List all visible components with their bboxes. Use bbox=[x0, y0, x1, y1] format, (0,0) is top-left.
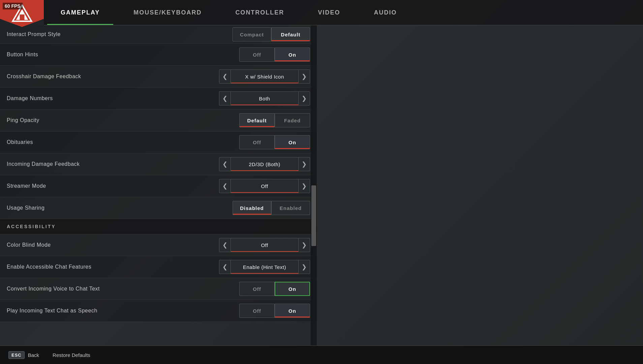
usage-sharing-enabled[interactable]: Enabled bbox=[271, 201, 310, 215]
restore-defaults-action[interactable]: Restore Defaults bbox=[53, 352, 90, 358]
voice-to-chat-label: Convert Incoming Voice to Chat Text bbox=[7, 286, 239, 292]
interact-prompt-control: Compact Default bbox=[233, 27, 310, 41]
streamer-mode-next[interactable]: ❯ bbox=[298, 179, 310, 193]
button-hints-label: Button Hints bbox=[7, 52, 239, 58]
interact-prompt-label: Interact Prompt Style bbox=[7, 31, 233, 37]
setting-row-crosshair: Crosshair Damage Feedback ❮ X w/ Shield … bbox=[0, 66, 317, 88]
color-blind-prev[interactable]: ❮ bbox=[219, 238, 231, 252]
crosshair-control: ❮ X w/ Shield Icon ❯ bbox=[219, 69, 310, 84]
text-to-speech-off[interactable]: Off bbox=[239, 304, 275, 318]
default-btn[interactable]: Default bbox=[271, 27, 310, 41]
obituaries-off[interactable]: Off bbox=[239, 135, 275, 149]
svg-rect-2 bbox=[20, 14, 24, 20]
crosshair-prev[interactable]: ❮ bbox=[219, 69, 231, 84]
damage-numbers-control: ❮ Both ❯ bbox=[219, 91, 310, 105]
scrollbar-thumb[interactable] bbox=[311, 185, 316, 246]
tab-gameplay[interactable]: GAMEPLAY bbox=[44, 0, 117, 25]
main-content: Interact Prompt Style Compact Default Bu… bbox=[0, 25, 643, 364]
ping-opacity-default[interactable]: Default bbox=[239, 113, 275, 127]
tab-controller[interactable]: CONTROLLER bbox=[218, 0, 301, 25]
setting-row-voice-to-chat: Convert Incoming Voice to Chat Text Off … bbox=[0, 278, 317, 300]
damage-numbers-prev[interactable]: ❮ bbox=[219, 91, 231, 105]
compact-btn[interactable]: Compact bbox=[233, 27, 271, 41]
back-action[interactable]: ESC Back bbox=[8, 351, 39, 359]
accessibility-section-header: ACCESSIBILITY bbox=[0, 219, 317, 234]
settings-panel: Interact Prompt Style Compact Default Bu… bbox=[0, 25, 317, 345]
setting-row-streamer-mode: Streamer Mode ❮ Off ❯ bbox=[0, 175, 317, 197]
voice-to-chat-control: Off On bbox=[239, 282, 310, 296]
setting-row-usage-sharing: Usage Sharing Disabled Enabled bbox=[0, 197, 317, 219]
accessible-chat-prev[interactable]: ❮ bbox=[219, 260, 231, 274]
incoming-damage-prev[interactable]: ❮ bbox=[219, 157, 231, 171]
setting-row-accessible-chat: Enable Accessible Chat Features ❮ Enable… bbox=[0, 256, 317, 278]
setting-row-interact-prompt: Interact Prompt Style Compact Default bbox=[0, 25, 317, 44]
color-blind-control: ❮ Off ❯ bbox=[219, 238, 310, 252]
setting-row-obituaries: Obituaries Off On bbox=[0, 131, 317, 153]
setting-row-ping-opacity: Ping Opacity Default Faded bbox=[0, 110, 317, 131]
text-to-speech-label: Play Incoming Text Chat as Speech bbox=[7, 308, 239, 314]
damage-numbers-label: Damage Numbers bbox=[7, 95, 219, 101]
esc-key: ESC bbox=[8, 351, 25, 359]
settings-list: Interact Prompt Style Compact Default Bu… bbox=[0, 25, 317, 345]
accessible-chat-value: Enable (Hint Text) bbox=[231, 260, 298, 274]
obituaries-control: Off On bbox=[239, 135, 310, 149]
tab-mouse-keyboard[interactable]: MOUSE/KEYBOARD bbox=[117, 0, 218, 25]
bottom-bar: ESC Back Restore Defaults bbox=[0, 345, 643, 364]
incoming-damage-control: ❮ 2D/3D (Both) ❯ bbox=[219, 157, 310, 171]
color-blind-next[interactable]: ❯ bbox=[298, 238, 310, 252]
setting-row-color-blind: Color Blind Mode ❮ Off ❯ bbox=[0, 234, 317, 256]
setting-row-text-to-speech: Play Incoming Text Chat as Speech Off On bbox=[0, 300, 317, 322]
text-to-speech-on[interactable]: On bbox=[275, 304, 310, 318]
streamer-mode-control: ❮ Off ❯ bbox=[219, 179, 310, 193]
accessible-chat-control: ❮ Enable (Hint Text) ❯ bbox=[219, 260, 310, 274]
scrollbar-track[interactable] bbox=[311, 25, 317, 345]
setting-row-damage-numbers: Damage Numbers ❮ Both ❯ bbox=[0, 88, 317, 110]
incoming-damage-label: Incoming Damage Feedback bbox=[7, 161, 219, 167]
ping-opacity-faded[interactable]: Faded bbox=[275, 113, 310, 127]
damage-numbers-next[interactable]: ❯ bbox=[298, 91, 310, 105]
crosshair-next[interactable]: ❯ bbox=[298, 69, 310, 84]
tab-audio[interactable]: AUDIO bbox=[357, 0, 414, 25]
usage-sharing-control: Disabled Enabled bbox=[233, 201, 310, 215]
voice-to-chat-off[interactable]: Off bbox=[239, 282, 275, 296]
incoming-damage-value: 2D/3D (Both) bbox=[231, 157, 298, 171]
top-navigation: GAMEPLAY MOUSE/KEYBOARD CONTROLLER VIDEO… bbox=[44, 0, 643, 25]
color-blind-label: Color Blind Mode bbox=[7, 242, 219, 248]
crosshair-value: X w/ Shield Icon bbox=[231, 69, 298, 84]
setting-row-incoming-damage: Incoming Damage Feedback ❮ 2D/3D (Both) … bbox=[0, 153, 317, 175]
setting-row-button-hints: Button Hints Off On bbox=[0, 44, 317, 66]
back-label: Back bbox=[28, 352, 39, 358]
restore-defaults-label: Restore Defaults bbox=[53, 352, 90, 358]
usage-sharing-disabled[interactable]: Disabled bbox=[233, 201, 271, 215]
streamer-mode-value: Off bbox=[231, 179, 298, 193]
button-hints-off[interactable]: Off bbox=[239, 48, 275, 62]
tab-video[interactable]: VIDEO bbox=[301, 0, 357, 25]
fps-counter: 60 FPS bbox=[3, 3, 23, 9]
incoming-damage-next[interactable]: ❯ bbox=[298, 157, 310, 171]
accessible-chat-next[interactable]: ❯ bbox=[298, 260, 310, 274]
accessibility-label: ACCESSIBILITY bbox=[7, 224, 56, 229]
color-blind-value: Off bbox=[231, 238, 298, 252]
obituaries-on[interactable]: On bbox=[275, 135, 310, 149]
damage-numbers-value: Both bbox=[231, 91, 298, 105]
right-panel bbox=[317, 25, 643, 364]
ping-opacity-label: Ping Opacity bbox=[7, 117, 239, 123]
obituaries-label: Obituaries bbox=[7, 139, 239, 145]
usage-sharing-label: Usage Sharing bbox=[7, 205, 233, 211]
button-hints-control: Off On bbox=[239, 48, 310, 62]
crosshair-label: Crosshair Damage Feedback bbox=[7, 73, 219, 80]
accessible-chat-label: Enable Accessible Chat Features bbox=[7, 264, 219, 270]
voice-to-chat-on[interactable]: On bbox=[275, 282, 310, 296]
text-to-speech-control: Off On bbox=[239, 304, 310, 318]
button-hints-on[interactable]: On bbox=[275, 48, 310, 62]
streamer-mode-prev[interactable]: ❮ bbox=[219, 179, 231, 193]
streamer-mode-label: Streamer Mode bbox=[7, 183, 219, 189]
ping-opacity-control: Default Faded bbox=[239, 113, 310, 127]
